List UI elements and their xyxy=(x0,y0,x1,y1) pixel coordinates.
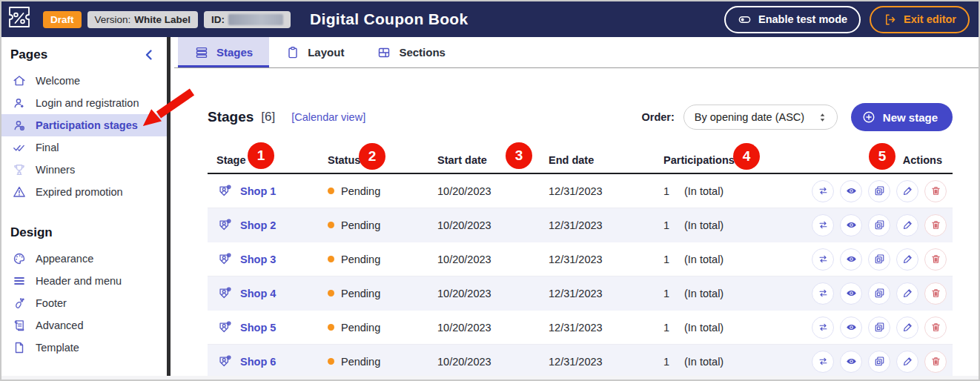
transfer-button[interactable] xyxy=(812,248,834,271)
sidebar-item-label: Template xyxy=(36,342,79,354)
status-label: Pending xyxy=(341,288,380,299)
duplicate-button[interactable] xyxy=(868,282,890,305)
preview-button[interactable] xyxy=(840,248,862,271)
transfer-button[interactable] xyxy=(812,282,834,305)
annotation-callout-5: 5 xyxy=(869,143,895,170)
stages-toolbar: Stages [6] [Calendar view] Order: By ope… xyxy=(208,102,953,132)
status-dot xyxy=(328,256,334,262)
table-row: Shop 2 Pending 10/20/2023 12/31/2023 1(I… xyxy=(208,208,953,242)
delete-button[interactable] xyxy=(924,214,947,236)
transfer-button[interactable] xyxy=(812,180,834,202)
sidebar-item-advanced[interactable]: Advanced xyxy=(1,314,167,337)
edit-button[interactable] xyxy=(896,351,918,373)
calendar-view-link[interactable]: [Calendar view] xyxy=(291,111,365,123)
annotation-callout-2: 2 xyxy=(359,143,385,170)
duplicate-icon xyxy=(873,321,886,334)
stage-link[interactable]: Shop 6 xyxy=(240,356,276,368)
participation-stage-icon xyxy=(216,285,233,302)
duplicate-button[interactable] xyxy=(868,180,890,202)
stage-cell: Shop 2 xyxy=(208,217,328,233)
stage-cell: Shop 3 xyxy=(208,251,328,268)
sidebar-item-label: Footer xyxy=(36,297,67,309)
transfer-button[interactable] xyxy=(812,317,834,339)
exit-editor-button[interactable]: Exit editor xyxy=(870,6,970,33)
stage-link[interactable]: Shop 1 xyxy=(240,185,276,197)
delete-button[interactable] xyxy=(924,351,947,373)
trash-icon xyxy=(930,321,942,334)
edit-button[interactable] xyxy=(896,317,918,339)
tab-layout[interactable]: Layout xyxy=(269,37,360,67)
participations-cell: 1(In total) xyxy=(663,185,812,197)
stages-count: [6] xyxy=(261,110,275,125)
new-stage-button[interactable]: New stage xyxy=(851,103,953,131)
participations-value: 1 xyxy=(663,254,671,265)
delete-button[interactable] xyxy=(924,248,947,271)
coupon-logo-icon xyxy=(7,5,31,33)
edit-button[interactable] xyxy=(896,282,918,305)
collapse-sidebar-icon[interactable] xyxy=(142,47,156,62)
stage-link[interactable]: Shop 4 xyxy=(240,288,276,299)
preview-button[interactable] xyxy=(840,351,862,373)
top-navbar: Draft Version: White Label ID: Digital C… xyxy=(1,1,979,37)
enable-test-mode-button[interactable]: Enable test mode xyxy=(724,6,861,33)
participations-note: (In total) xyxy=(684,219,724,231)
pages-heading: Pages xyxy=(10,47,47,62)
bottom-strip xyxy=(1,376,979,380)
stage-link[interactable]: Shop 3 xyxy=(240,254,276,265)
transfer-button[interactable] xyxy=(812,351,834,373)
stages-table: Stage Status Start date End date Partici… xyxy=(208,148,953,379)
sidebar-item-label: Expired promotion xyxy=(36,186,123,198)
sidebar-item-final[interactable]: Final xyxy=(1,136,167,159)
edit-button[interactable] xyxy=(896,214,918,236)
edit-button[interactable] xyxy=(896,180,918,202)
sidebar-item-template[interactable]: Template xyxy=(1,337,167,359)
preview-button[interactable] xyxy=(840,214,862,236)
actions-cell xyxy=(812,180,954,202)
preview-button[interactable] xyxy=(840,180,862,202)
user-plus-icon xyxy=(12,118,27,133)
sidebar-item-label: Header and menu xyxy=(36,275,122,287)
menu-icon xyxy=(12,274,27,288)
preview-button[interactable] xyxy=(840,282,862,305)
delete-button[interactable] xyxy=(924,282,947,305)
end-date: 12/31/2023 xyxy=(549,322,663,334)
sidebar-item-header-and-menu[interactable]: Header and menu xyxy=(1,270,167,292)
design-heading-row: Design xyxy=(1,224,167,242)
table-row: Shop 6 Pending 10/20/2023 12/31/2023 1(I… xyxy=(208,345,953,379)
sidebar-item-expired-promotion[interactable]: Expired promotion xyxy=(1,181,167,203)
duplicate-button[interactable] xyxy=(868,214,890,236)
status-cell: Pending xyxy=(328,219,437,231)
table-row: Shop 3 Pending 10/20/2023 12/31/2023 1(I… xyxy=(208,242,953,276)
participations-cell: 1(In total) xyxy=(663,356,812,368)
pages-heading-row: Pages xyxy=(1,46,167,64)
sidebar-item-appearance[interactable]: Appearance xyxy=(1,248,167,270)
delete-button[interactable] xyxy=(924,180,947,202)
edit-button[interactable] xyxy=(896,248,918,271)
tab-stages[interactable]: Stages xyxy=(178,37,269,67)
duplicate-button[interactable] xyxy=(868,248,890,271)
grid-icon xyxy=(377,45,391,60)
preview-button[interactable] xyxy=(840,317,862,339)
transfer-button[interactable] xyxy=(812,214,834,236)
participations-note: (In total) xyxy=(684,185,724,197)
order-select[interactable]: By opening date (ASC) xyxy=(683,105,838,130)
sidebar-item-winners[interactable]: Winners xyxy=(1,159,167,181)
start-date: 10/20/2023 xyxy=(437,254,549,265)
sidebar-item-label: Participation stages xyxy=(36,119,138,131)
status-dot xyxy=(328,188,334,194)
sidebar-item-footer[interactable]: Footer xyxy=(1,292,167,314)
tab-bar: Stages Layout Sections xyxy=(174,37,979,68)
actions-cell xyxy=(812,317,954,339)
palette-icon xyxy=(12,251,27,266)
eye-icon xyxy=(845,219,858,231)
version-badge: Version: White Label xyxy=(87,11,199,28)
pencil-icon xyxy=(901,185,914,197)
duplicate-button[interactable] xyxy=(868,351,890,373)
delete-button[interactable] xyxy=(924,317,947,339)
trash-icon xyxy=(930,219,942,231)
tab-sections[interactable]: Sections xyxy=(360,37,462,67)
participation-stage-icon xyxy=(216,217,233,233)
stage-link[interactable]: Shop 5 xyxy=(240,322,276,334)
duplicate-button[interactable] xyxy=(868,317,890,339)
stage-link[interactable]: Shop 2 xyxy=(240,219,276,231)
